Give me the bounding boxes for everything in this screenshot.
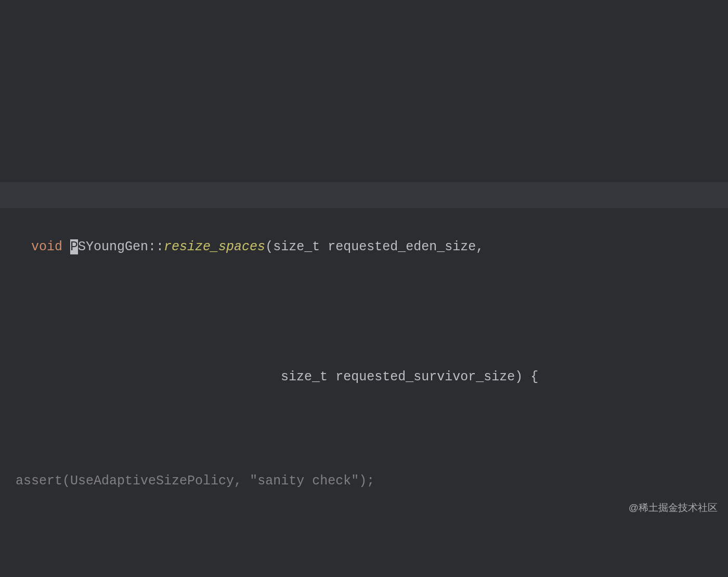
class-name: SYoungGen (78, 239, 148, 254)
watermark: @稀土掘金技术社区 (629, 503, 718, 512)
assert-arg: UseAdaptiveSizePolicy (70, 473, 234, 489)
scope-sep: :: (148, 239, 164, 254)
param-type: size_t (273, 239, 328, 254)
function-name: resize_spaces (164, 239, 265, 254)
comma: , (476, 239, 484, 254)
current-line-highlight (0, 182, 728, 208)
keyword-void: void (31, 239, 70, 254)
code-line: size_t requested_survivor_size) { (0, 364, 728, 390)
assert-call: assert (16, 473, 62, 489)
param-type: size_t (281, 369, 335, 384)
param-name: requested_eden_size (328, 239, 476, 254)
signature-end: ) { (515, 369, 538, 384)
paren-open: ( (265, 239, 273, 254)
param-name: requested_survivor_size (335, 369, 515, 384)
text-cursor: P (70, 239, 78, 254)
code-line: assert(UseAdaptiveSizePolicy, "sanity ch… (0, 468, 728, 494)
string-literal: "sanity check" (250, 473, 359, 489)
code-editor[interactable]: void PSYoungGen::resize_spaces(size_t re… (0, 104, 728, 577)
code-line: void PSYoungGen::resize_spaces(size_t re… (0, 182, 728, 286)
code-line: assert(requested_eden_size > 0 && reques… (0, 572, 728, 577)
